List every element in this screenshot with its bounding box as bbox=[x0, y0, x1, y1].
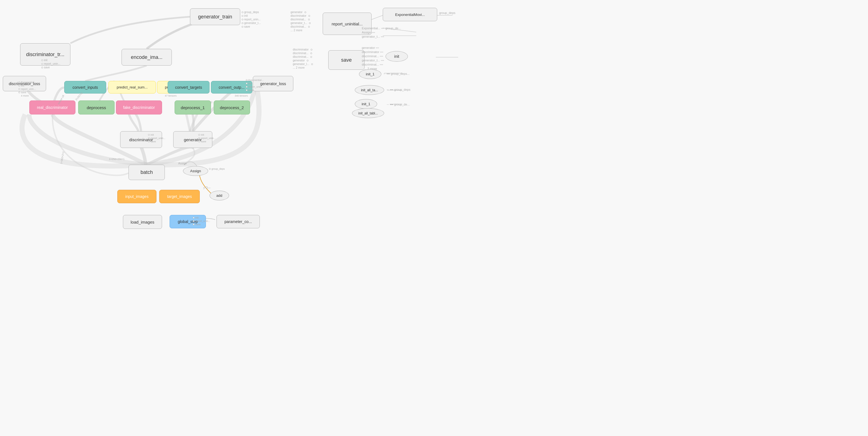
add-y-label: y O— bbox=[204, 186, 211, 189]
generator-loss-ports: Exponential... init report_unin... save bbox=[246, 79, 264, 92]
real-discriminator-node[interactable]: real_discriminator bbox=[29, 100, 75, 114]
init-all-ta-node[interactable]: init_all_ta... bbox=[355, 85, 384, 95]
convert-targets-node[interactable]: convert_targets bbox=[167, 81, 210, 94]
fake-discriminator-label: fake_discriminator bbox=[123, 105, 155, 110]
parameter-co-label: parameter_co... bbox=[224, 220, 252, 224]
load-images-node[interactable]: load_images bbox=[123, 215, 162, 229]
tensor-label-4: 47 tensors bbox=[165, 94, 177, 97]
batch-node[interactable]: batch bbox=[128, 165, 165, 180]
discriminator-ports: init report_unin... save bbox=[148, 133, 165, 143]
init-1b-label: init_1 bbox=[362, 102, 370, 106]
global-step-ports: init report_unin... save bbox=[193, 216, 210, 226]
save-right-labels: generator ▪▪▪ discriminator ▪▪▪ discrimi… bbox=[362, 46, 384, 70]
batch-label: batch bbox=[141, 169, 153, 175]
convert-inputs-node[interactable]: convert_inputs bbox=[64, 81, 106, 94]
group-deps-label-1: group_deps bbox=[439, 11, 455, 14]
load-images-label: load_images bbox=[130, 220, 154, 225]
main-canvas: generator_train group_deps init report_u… bbox=[0, 0, 868, 436]
deprocess-label: deprocess bbox=[87, 105, 106, 110]
svg-line-0 bbox=[372, 15, 383, 20]
tensor-label-3: 346 tensors bbox=[235, 94, 248, 97]
discriminator-train-ports: init report_unin... save bbox=[41, 59, 60, 69]
report-uninitial-left-ports: generator discriminator discriminat... g… bbox=[290, 11, 311, 32]
exponential-movi-node[interactable]: ExponentialMovi... bbox=[383, 8, 437, 21]
assign-right-ports: group_deps bbox=[209, 167, 225, 170]
encode-ima-node[interactable]: encode_ima... bbox=[122, 49, 172, 66]
init-1-label: init_1 bbox=[366, 72, 374, 76]
init-right-node[interactable]: init bbox=[385, 51, 408, 62]
tensor-label-6: 1×256×256+1 bbox=[109, 158, 125, 161]
convert-targets-label: convert_targets bbox=[175, 85, 202, 90]
convert-outp-label: convert_outp... bbox=[219, 85, 245, 90]
assign-node[interactable]: Assign bbox=[183, 166, 208, 176]
generator-train-node[interactable]: generator_train bbox=[190, 8, 240, 25]
init-all-tabl-node[interactable]: init_all_tabl... bbox=[352, 108, 384, 118]
fake-discriminator-node[interactable]: fake_discriminator bbox=[116, 100, 162, 114]
generator-ports: init report_unin... save bbox=[198, 133, 216, 143]
discriminator-train-label: discriminator_tr... bbox=[26, 52, 64, 58]
save-left-ports: discriminator discriminat... discriminat… bbox=[293, 48, 313, 69]
discriminator-loss-ports: Exponential... init report_unin... save … bbox=[19, 81, 36, 97]
deprocess-2-node[interactable]: deprocess_2 bbox=[214, 100, 250, 114]
encode-ima-label: encode_ima... bbox=[131, 55, 162, 60]
init-1b-node[interactable]: init_1 bbox=[355, 99, 377, 109]
group-de-label-4: → ▪▪▪ group_de... bbox=[386, 103, 409, 106]
add-label: add bbox=[216, 194, 222, 198]
init-1-node[interactable]: init_1 bbox=[359, 69, 381, 79]
real-discriminator-label: real_discriminator bbox=[37, 105, 68, 110]
tensor-label-5: 1×362×2+1 bbox=[60, 151, 65, 164]
report-uninitial-label: report_uninitial... bbox=[332, 22, 363, 26]
group-deps-label-2: → ▪▪▪ group_deps... bbox=[383, 72, 409, 75]
generator-train-label: generator_train bbox=[198, 14, 232, 20]
save-label: save bbox=[341, 57, 352, 63]
deprocess-2-label: deprocess_2 bbox=[220, 105, 244, 110]
deprocess-1-label: deprocess_1 bbox=[181, 105, 205, 110]
generator-train-ports: group_deps init report_unin... generator… bbox=[242, 11, 261, 28]
exponential-movi-label: ExponentialMovi... bbox=[395, 12, 425, 17]
init-right-label: init bbox=[394, 54, 399, 59]
assign-top-label: Assign bbox=[178, 162, 187, 165]
predict-real-sum-node[interactable]: predict_real_sum... bbox=[108, 81, 156, 94]
save-node[interactable]: save bbox=[328, 50, 365, 70]
parameter-co-node[interactable]: parameter_co... bbox=[217, 215, 260, 228]
right-mini-labels: Exponential... ▪▪▪ group_de... Assign ▪▪… bbox=[362, 27, 401, 38]
deprocess-1-node[interactable]: deprocess_1 bbox=[175, 100, 211, 114]
convert-inputs-label: convert_inputs bbox=[72, 85, 98, 90]
init-all-ta-label: init_all_ta... bbox=[361, 88, 378, 92]
input-images-label: input_images bbox=[125, 194, 148, 199]
predict-real-sum-label: predict_real_sum... bbox=[117, 85, 148, 89]
group-deps-label-3: → ▪▪▪ group_deps bbox=[386, 88, 410, 91]
init-all-tabl-label: init_all_tabl... bbox=[358, 111, 378, 115]
add-node[interactable]: add bbox=[210, 191, 229, 200]
deprocess-node[interactable]: deprocess bbox=[78, 100, 115, 114]
input-images-node[interactable]: input_images bbox=[117, 190, 156, 203]
target-images-node[interactable]: target_images bbox=[159, 190, 200, 203]
generator-loss-label: generator_loss bbox=[260, 81, 286, 86]
assign-label: Assign bbox=[190, 169, 201, 173]
target-images-label: target_images bbox=[167, 194, 192, 199]
